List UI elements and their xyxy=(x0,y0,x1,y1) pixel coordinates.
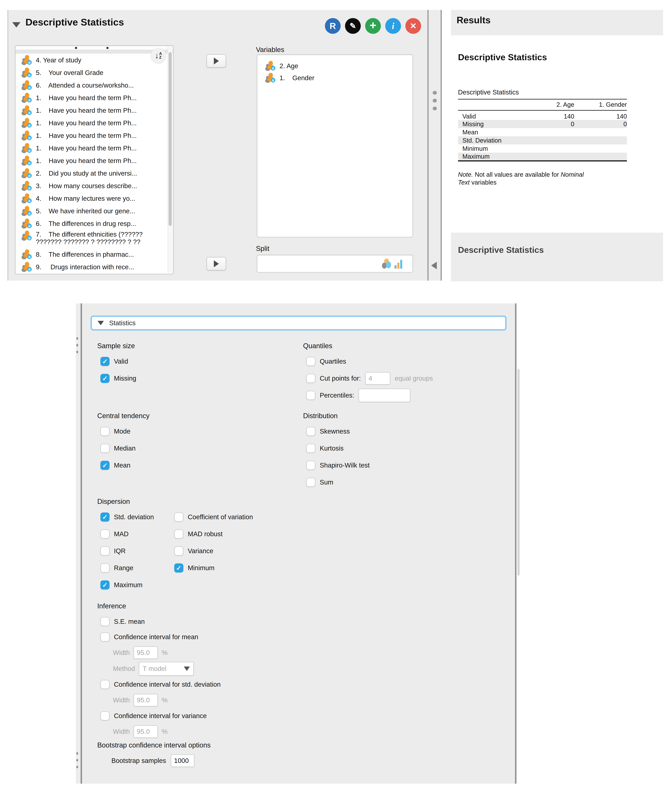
split-variable-type-icon xyxy=(382,259,392,269)
checkbox[interactable] xyxy=(174,530,183,539)
variable-item[interactable]: a1. Have you heard the term Ph... xyxy=(16,92,173,104)
checkbox[interactable] xyxy=(100,530,110,539)
variable-item[interactable]: a1. Have you heard the term Ph... xyxy=(16,142,173,154)
variable-item[interactable]: a1. Have you heard the term Ph... xyxy=(16,129,173,142)
ci-width-input[interactable]: 95.0 xyxy=(133,694,158,706)
checkbox-option-confidence-interval-for-std-deviation[interactable]: Confidence interval for std. deviation xyxy=(100,678,221,691)
checkbox[interactable] xyxy=(306,461,316,470)
checkbox-option-valid[interactable]: ✓Valid xyxy=(100,355,136,368)
checkbox[interactable] xyxy=(306,374,316,383)
checkbox[interactable] xyxy=(306,357,316,366)
checkbox[interactable]: ✓ xyxy=(174,563,183,572)
checkbox[interactable] xyxy=(100,680,110,689)
duplicate-analysis-button[interactable]: + xyxy=(365,18,381,34)
sort-variables-button[interactable]: ↓ AZ xyxy=(151,48,166,63)
variables-assigned-box[interactable]: a2. Agea1. Gender xyxy=(257,54,413,237)
variable-item[interactable]: a4. How many lectures were yo... xyxy=(16,192,173,205)
variables-list-scrollbar[interactable] xyxy=(168,47,172,273)
variable-item[interactable]: a5. Your overall Grade xyxy=(16,66,173,79)
checkbox[interactable] xyxy=(174,546,183,555)
variable-item[interactable]: a4. Year of study xyxy=(16,54,173,66)
checkbox-option-maximum[interactable]: ✓Maximum xyxy=(100,578,143,591)
ci-width-input[interactable]: 95.0 xyxy=(133,646,158,659)
checkbox[interactable] xyxy=(100,546,110,555)
r-syntax-button[interactable]: R xyxy=(325,18,341,34)
split-assigned-box[interactable] xyxy=(257,255,413,273)
checkbox-option-minimum[interactable]: ✓Minimum xyxy=(174,562,215,574)
checkbox-option-mad-robust[interactable]: MAD robust xyxy=(174,528,223,540)
checkbox-option-cut-points-for[interactable]: Cut points for:4equal groups xyxy=(306,372,433,385)
assign-variables-button[interactable] xyxy=(206,54,226,68)
checkbox[interactable]: ✓ xyxy=(100,512,110,522)
checkbox[interactable] xyxy=(100,563,110,572)
assigned-variable-item[interactable]: a1. Gender xyxy=(257,72,413,84)
checkbox-option-median[interactable]: Median xyxy=(100,442,149,454)
variable-item[interactable]: a8. The differences in pharmac... xyxy=(16,248,173,261)
selected-analysis-title[interactable]: Descriptive Statistics xyxy=(458,245,544,255)
checkbox[interactable]: ✓ xyxy=(100,374,110,383)
checkbox[interactable]: ✓ xyxy=(100,461,110,470)
variable-item[interactable]: a1. Have you heard the term Ph... xyxy=(16,104,173,117)
options-left-scrollbar[interactable] xyxy=(76,303,81,784)
variable-item[interactable]: a6. The differences in drug resp... xyxy=(16,217,173,230)
results-section-title[interactable]: Descriptive Statistics xyxy=(458,52,547,62)
checkbox[interactable] xyxy=(100,444,110,453)
collapse-analysis-icon[interactable] xyxy=(12,22,20,28)
checkbox-option-confidence-interval-for-variance[interactable]: Confidence interval for variance xyxy=(100,710,221,722)
checkbox-option-percentiles[interactable]: Percentiles: xyxy=(306,389,433,402)
variable-item[interactable]: a3. How many courses describe... xyxy=(16,180,173,192)
checkbox-option-mean[interactable]: ✓Mean xyxy=(100,459,149,472)
available-variables-list[interactable]: a a4. Year of studya5. Your overall Grad… xyxy=(15,45,174,274)
option-input[interactable] xyxy=(358,388,410,402)
checkbox-option-s-e-mean[interactable]: S.E. mean xyxy=(100,615,221,628)
checkbox[interactable] xyxy=(100,617,110,626)
checkbox-option-sum[interactable]: Sum xyxy=(306,476,369,489)
checkbox-option-variance[interactable]: Variance xyxy=(174,545,214,557)
checkbox[interactable]: ✓ xyxy=(100,580,110,590)
checkbox-option-std-deviation[interactable]: ✓Std. deviation xyxy=(100,511,154,523)
variable-item[interactable]: a5. We have inherited our gene... xyxy=(16,205,173,217)
checkbox-option-mad[interactable]: MAD xyxy=(100,528,129,540)
checkbox-option-missing[interactable]: ✓Missing xyxy=(100,372,136,385)
variable-item[interactable]: a1. Have you heard the term Ph... xyxy=(16,154,173,167)
method-dropdown[interactable]: T model xyxy=(139,662,194,676)
variable-item[interactable]: a2. Did you study at the universi... xyxy=(16,167,173,180)
scrollbar-thumb[interactable] xyxy=(169,52,172,226)
checkbox-option-iqr[interactable]: IQR xyxy=(100,545,126,557)
checkbox[interactable] xyxy=(100,427,110,436)
ci-width-input[interactable]: 95.0 xyxy=(133,725,158,738)
checkbox-option-shapiro-wilk-test[interactable]: Shapiro-Wilk test xyxy=(306,459,369,472)
checkbox[interactable] xyxy=(306,444,316,453)
collapse-results-arrow-icon[interactable] xyxy=(431,262,437,269)
checkbox-option-mode[interactable]: Mode xyxy=(100,425,149,438)
variable-item[interactable]: a1. Have you heard the term Ph... xyxy=(16,117,173,129)
info-button[interactable]: i xyxy=(385,18,401,34)
selected-analysis-block[interactable]: Descriptive Statistics xyxy=(451,233,663,281)
checkbox-option-quartiles[interactable]: Quartiles xyxy=(306,355,433,368)
checkbox[interactable]: ✓ xyxy=(100,357,110,366)
option-input[interactable]: 4 xyxy=(365,372,390,385)
checkbox-option-range[interactable]: Range xyxy=(100,562,133,574)
checkbox-option-coefficient-of-variation[interactable]: Coefficient of variation xyxy=(174,511,253,523)
checkbox[interactable] xyxy=(100,711,110,720)
close-analysis-button[interactable]: ✕ xyxy=(405,18,421,34)
checkbox[interactable] xyxy=(306,427,316,436)
divider-handle-dot xyxy=(433,91,437,94)
assigned-variable-item[interactable]: a2. Age xyxy=(257,60,413,72)
panel-divider[interactable] xyxy=(427,10,442,281)
options-right-scrollbar[interactable] xyxy=(517,369,520,576)
checkbox[interactable] xyxy=(174,512,183,522)
statistics-section-header[interactable]: Statistics xyxy=(91,316,507,330)
checkbox-option-kurtosis[interactable]: Kurtosis xyxy=(306,442,369,454)
checkbox-option-confidence-interval-for-mean[interactable]: Confidence interval for mean xyxy=(100,631,221,643)
variable-item[interactable]: a9. Drugs interaction with rece... xyxy=(16,261,173,274)
edit-title-button[interactable]: ✎ xyxy=(345,18,361,34)
variable-item[interactable]: a7. The different ethnicities (?????????… xyxy=(16,230,173,248)
checkbox[interactable] xyxy=(100,632,110,641)
checkbox[interactable] xyxy=(306,478,316,487)
assign-split-button[interactable] xyxy=(206,257,226,270)
bootstrap-samples-input[interactable]: 1000 xyxy=(171,755,195,767)
checkbox-option-skewness[interactable]: Skewness xyxy=(306,425,369,438)
variable-item[interactable]: a6. Attended a course/worksho... xyxy=(16,79,173,92)
checkbox[interactable] xyxy=(306,391,316,400)
